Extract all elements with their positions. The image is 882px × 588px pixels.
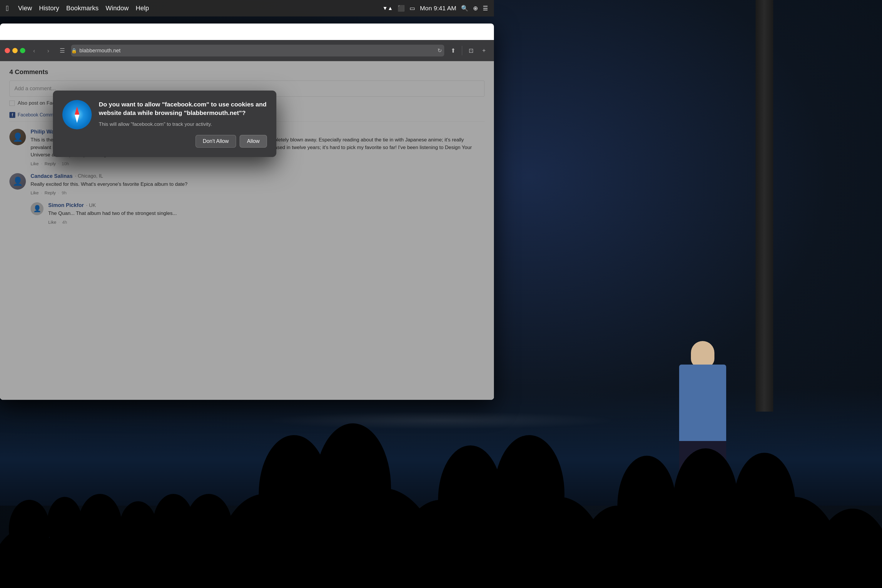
sidebar-toggle-button[interactable]: ☰ — [57, 45, 68, 56]
back-button[interactable]: ‹ — [29, 45, 39, 56]
svg-point-9 — [119, 501, 157, 557]
svg-point-20 — [438, 446, 503, 554]
presenter-head — [691, 341, 714, 368]
lock-icon: 🔒 — [71, 48, 77, 54]
url-text: blabbermouth.net — [80, 48, 120, 54]
minimize-button[interactable] — [12, 48, 18, 53]
audience-area — [0, 417, 882, 588]
screen-pillar — [756, 0, 773, 412]
menubar:  View History Bookmarks Window Help ▼▲ … — [0, 0, 494, 16]
dialog-buttons: Don't Allow Allow — [99, 135, 267, 148]
copy-button[interactable]: ⊡ — [466, 45, 476, 56]
traffic-lights — [5, 48, 25, 53]
menu-help[interactable]: Help — [136, 4, 149, 12]
allow-button[interactable]: Allow — [240, 135, 267, 148]
svg-point-28 — [673, 448, 738, 554]
forward-button[interactable]: › — [43, 45, 54, 56]
dialog-body: Do you want to allow "facebook.com" to u… — [99, 100, 267, 148]
menu-bookmarks[interactable]: Bookmarks — [66, 4, 99, 12]
browser-toolbar: ‹ › ☰ 🔒 blabbermouth.net ↻ ⬆ ⊡ + — [0, 40, 494, 61]
control-center-icon[interactable]: ⊕ — [473, 5, 478, 12]
maximize-button[interactable] — [20, 48, 25, 53]
battery-icon: ▭ — [410, 5, 415, 12]
dialog-title: Do you want to allow "facebook.com" to u… — [99, 100, 267, 117]
reload-button[interactable]: ↻ — [438, 47, 442, 54]
menu-view[interactable]: View — [18, 4, 32, 12]
safari-icon — [62, 100, 92, 129]
dialog-subtitle: This will allow "facebook.com" to track … — [99, 121, 267, 128]
svg-point-21 — [494, 435, 564, 553]
cookie-dialog: Do you want to allow "facebook.com" to u… — [53, 90, 276, 157]
svg-point-4 — [47, 497, 82, 550]
share-button[interactable]: ⬆ — [448, 45, 458, 56]
wifi-icon: ▼▲ — [382, 5, 393, 12]
address-bar[interactable]: 🔒 blabbermouth.net ↻ — [71, 45, 444, 57]
apple-menu[interactable]:  — [6, 4, 9, 13]
svg-point-16 — [315, 423, 391, 553]
dont-allow-button[interactable]: Don't Allow — [195, 135, 236, 148]
menu-window[interactable]: Window — [105, 4, 129, 12]
svg-point-29 — [734, 453, 795, 556]
menu-history[interactable]: History — [39, 4, 59, 12]
dialog-overlay: Do you want to allow "facebook.com" to u… — [0, 61, 494, 400]
add-tab-button[interactable]: + — [478, 45, 489, 56]
search-icon[interactable]: 🔍 — [461, 5, 468, 12]
audience-svg — [0, 417, 882, 588]
close-button[interactable] — [5, 48, 10, 53]
display-icon: ⬛ — [398, 5, 405, 12]
svg-point-3 — [9, 500, 50, 559]
browser-actions: ⬆ ⊡ + — [448, 45, 489, 56]
menubar-time: Mon 9:41 AM — [420, 5, 456, 12]
svg-point-27 — [617, 456, 676, 556]
svg-rect-30 — [0, 559, 882, 588]
menu-extras-icon[interactable]: ☰ — [483, 5, 488, 12]
browser-window: ‹ › ☰ 🔒 blabbermouth.net ↻ ⬆ ⊡ + 4 Comme… — [0, 24, 494, 400]
